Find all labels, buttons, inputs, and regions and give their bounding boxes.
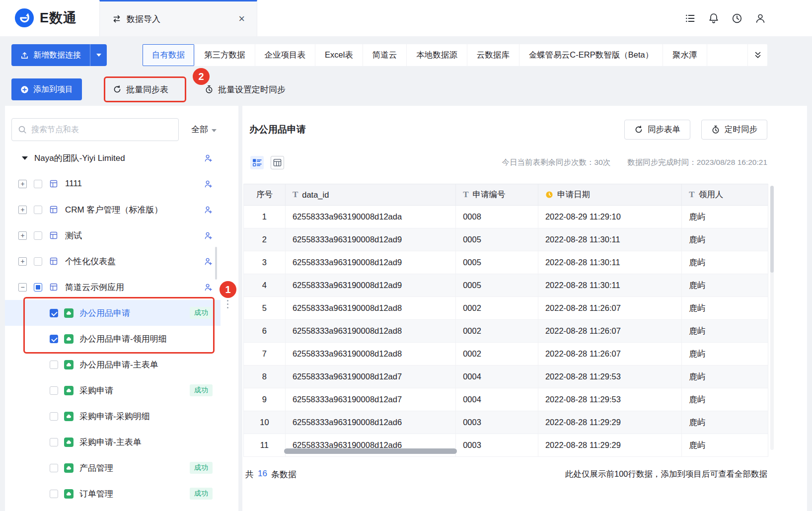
tree-node-13[interactable]: 产品管理成功 — [5, 455, 221, 481]
table-cell: 0003 — [456, 411, 538, 434]
table-row-3[interactable]: 362558333a963190008d12ad900052022-08-28 … — [244, 251, 768, 274]
column-header-recipient[interactable]: T 领用人 — [682, 184, 768, 205]
node-checkbox[interactable] — [34, 206, 42, 214]
column-header-data-id[interactable]: T data_id — [286, 184, 456, 205]
tree-node-4[interactable]: +测试 — [5, 222, 221, 248]
person-link-icon[interactable] — [204, 231, 213, 240]
node-checkbox[interactable] — [50, 335, 58, 343]
node-checkbox[interactable] — [50, 361, 58, 369]
person-link-icon[interactable] — [204, 206, 213, 214]
logo-icon — [14, 7, 35, 28]
new-connection-dropdown-arrow[interactable] — [90, 44, 107, 66]
source-tab-3[interactable]: 企业项目表 — [255, 44, 316, 66]
table-row-4[interactable]: 462558333a963190008d12ad900052022-08-28 … — [244, 274, 768, 297]
new-data-connection-button[interactable]: 新增数据连接 — [11, 44, 107, 66]
tree-node-5[interactable]: +个性化仪表盘 — [5, 248, 221, 274]
preview-note: 此处仅展示前100行数据，添加到项目后可查看全部数据 — [565, 469, 767, 480]
person-link-icon[interactable] — [204, 180, 213, 188]
tree-node-label: 个性化仪表盘 — [65, 256, 116, 267]
sync-quota-text: 今日当前表剩余同步次数：30次 — [502, 157, 611, 168]
user-icon[interactable] — [754, 12, 766, 24]
column-header-apply-date[interactable]: 申请日期 — [538, 184, 682, 205]
task-list-icon[interactable] — [684, 12, 696, 24]
table-vertical-scrollbar[interactable] — [770, 186, 774, 450]
source-tab-5[interactable]: 简道云 — [363, 44, 407, 66]
batch-schedule-sync-button[interactable]: 批量设置定时同步 — [205, 78, 286, 100]
tree-node-1[interactable]: Naya的团队-Yiyi Limited — [5, 145, 221, 171]
tree-node-12[interactable]: 采购申请-主表单 — [5, 429, 221, 455]
tree-node-10[interactable]: 采购申请成功 — [5, 377, 221, 403]
collapse-icon[interactable]: − — [18, 283, 27, 292]
node-checkbox[interactable] — [50, 464, 58, 472]
node-checkbox[interactable] — [34, 180, 42, 188]
schedule-sync-button[interactable]: 定时同步 — [701, 120, 767, 140]
expand-icon[interactable]: + — [18, 180, 27, 188]
table-row-10[interactable]: 1062558333a963190008d12ad600032022-08-28… — [244, 411, 768, 434]
source-tab-7[interactable]: 云数据库 — [467, 44, 519, 66]
tree-search[interactable] — [11, 118, 179, 141]
table-row-6[interactable]: 662558333a963190008d12ad800022022-08-28 … — [244, 320, 768, 343]
column-header-index[interactable]: 序号 — [244, 184, 286, 205]
source-tab-9[interactable]: 聚水潭 — [663, 44, 707, 66]
table-view-button[interactable] — [271, 156, 284, 169]
expand-icon[interactable]: + — [18, 231, 27, 240]
refresh-icon — [113, 85, 122, 94]
tab-label: 数据导入 — [127, 13, 160, 25]
add-to-project-button[interactable]: 添加到项目 — [11, 78, 82, 100]
status-badge: 成功 — [190, 384, 213, 396]
column-label: 序号 — [256, 189, 273, 200]
table-row-7[interactable]: 762558333a963190008d12ad800022022-08-28 … — [244, 343, 768, 365]
node-checkbox[interactable] — [34, 257, 42, 266]
table-row-8[interactable]: 862558333a963190008d12ad700042022-08-28 … — [244, 365, 768, 388]
expand-tabs-button[interactable] — [747, 44, 767, 66]
node-checkbox[interactable] — [50, 309, 58, 317]
tree-node-3[interactable]: +CRM 客户管理（标准版） — [5, 197, 221, 222]
caret-down-icon[interactable] — [22, 156, 28, 160]
expand-icon[interactable]: + — [18, 206, 27, 214]
table-row-1[interactable]: 162558333a963190008d12ada00082022-08-29 … — [244, 206, 768, 228]
person-link-icon[interactable] — [204, 257, 213, 266]
table-row-2[interactable]: 262558333a963190008d12ad900052022-08-28 … — [244, 228, 768, 251]
app-icon — [49, 179, 58, 188]
data-preview-table: 序号 T data_id T 申请编号 申请日期 T — [243, 184, 768, 457]
person-link-icon[interactable] — [204, 154, 213, 162]
table-row-5[interactable]: 562558333a963190008d12ad800022022-08-28 … — [244, 297, 768, 320]
person-link-icon[interactable] — [204, 283, 213, 292]
source-tab-2[interactable]: 第三方数据 — [195, 44, 255, 66]
table-row-9[interactable]: 962558333a963190008d12ad700042022-08-28 … — [244, 388, 768, 411]
tree-node-14[interactable]: 订单管理成功 — [5, 481, 221, 507]
source-tab-1[interactable]: 自有数据 — [143, 44, 195, 66]
node-checkbox[interactable] — [50, 412, 58, 421]
bell-icon[interactable] — [708, 12, 720, 24]
search-input[interactable] — [31, 125, 172, 134]
source-tab-8[interactable]: 金蝶管易云C-ERP数智版（Beta） — [519, 44, 663, 66]
node-checkbox[interactable] — [34, 231, 42, 240]
tab-data-import[interactable]: 数据导入 × — [99, 0, 257, 36]
list-view-button[interactable] — [250, 156, 264, 169]
close-icon[interactable]: × — [238, 13, 245, 24]
source-tab-6[interactable]: 本地数据源 — [407, 44, 467, 66]
expand-icon[interactable]: + — [18, 257, 27, 266]
tree-filter-dropdown[interactable]: 全部 — [191, 124, 217, 135]
status-badge: 成功 — [190, 462, 213, 474]
batch-sync-tables-button[interactable]: 批量同步表 — [113, 78, 168, 100]
history-icon[interactable] — [731, 12, 743, 24]
tree-node-9[interactable]: 办公用品申请-主表单 — [5, 352, 221, 377]
tree-node-8[interactable]: 办公用品申请-领用明细 — [5, 326, 221, 352]
sync-form-button[interactable]: 同步表单 — [624, 120, 690, 140]
node-checkbox[interactable] — [50, 386, 58, 395]
table-cell: 62558333a963190008d12ad7 — [286, 388, 456, 411]
horizontal-scrollbar[interactable] — [284, 448, 457, 454]
tree-node-2[interactable]: +1111 — [5, 171, 221, 197]
tree-node-6[interactable]: −简道云示例应用 — [5, 274, 221, 300]
sidebar-scrollbar[interactable] — [215, 247, 217, 280]
tree-node-7[interactable]: 办公用品申请成功 — [5, 300, 221, 326]
node-checkbox[interactable] — [50, 438, 58, 446]
node-checkbox[interactable] — [50, 490, 58, 498]
app-icon — [49, 283, 58, 292]
node-checkbox[interactable] — [34, 283, 42, 292]
tree-node-11[interactable]: 采购申请-采购明细 — [5, 403, 221, 429]
panel-resize-handle[interactable] — [227, 300, 228, 308]
source-tab-4[interactable]: Excel表 — [315, 44, 363, 66]
column-header-apply-no[interactable]: T 申请编号 — [456, 184, 538, 205]
